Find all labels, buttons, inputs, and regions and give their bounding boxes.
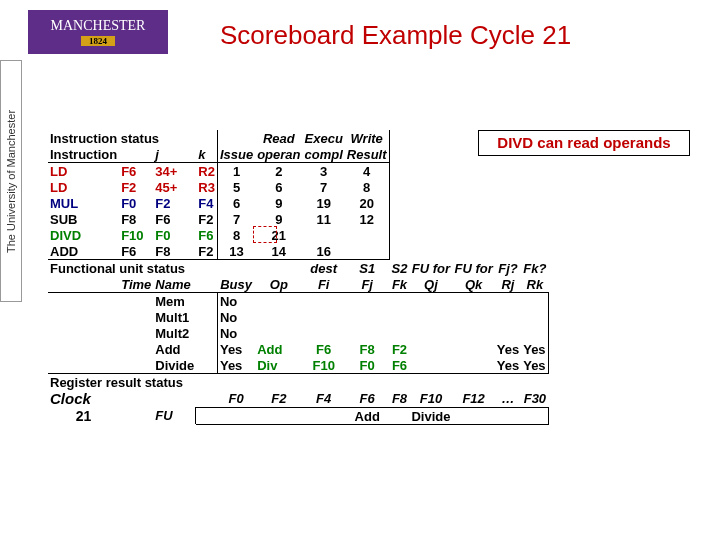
hdr-rk: Rk [521,276,548,292]
v [409,341,452,357]
fu-name: Mem [153,292,196,309]
reg-label: F6 [345,390,390,407]
hdr-clock: Clock [48,390,119,407]
hdr-write: Write [345,130,390,146]
v [303,309,345,325]
fu-busy: Yes [217,357,255,374]
c: 20 [345,195,390,211]
v [521,325,548,341]
reg-label: F4 [303,390,345,407]
v [390,325,410,341]
fu-op [255,309,302,325]
j: F2 [153,195,196,211]
c: 1 [217,162,255,179]
hdr-reg-status: Register result status [48,374,549,390]
v: Yes [495,357,521,374]
k: F2 [196,243,217,260]
reg-label: … [495,390,521,407]
hdr-fj: Fj [345,276,390,292]
v [409,357,452,374]
j: F0 [153,227,196,243]
fu-op: Add [255,341,302,357]
hdr-op: Op [255,276,302,292]
c: 7 [303,179,345,195]
k: R3 [196,179,217,195]
c [345,243,390,260]
v [521,292,548,309]
v [452,309,494,325]
fu-name: Add [153,341,196,357]
v [495,309,521,325]
reg-val [390,407,410,424]
d: F8 [119,211,153,227]
c: 11 [303,211,345,227]
hdr-rj: Rj [495,276,521,292]
v [452,341,494,357]
c: 6 [255,179,302,195]
reg-val [452,407,494,424]
hdr-fjq: Fj? [495,260,521,276]
v [409,292,452,309]
v: Yes [495,341,521,357]
v [345,309,390,325]
fu-busy: No [217,325,255,341]
hdr-qj: Qj [409,276,452,292]
hdr-j: j [153,146,196,162]
hdr-qk: Qk [452,276,494,292]
hdr-result: Result [345,146,390,162]
reg-label: F10 [409,390,452,407]
d: F6 [119,243,153,260]
logo-text: MANCHESTER [51,18,146,34]
reg-label: F12 [452,390,494,407]
c [345,227,390,243]
j: F6 [153,211,196,227]
v: Yes [521,357,548,374]
hdr-name: Name [153,276,196,292]
c: 4 [345,162,390,179]
k: R2 [196,162,217,179]
fu-name: Divide [153,357,196,374]
j: 34+ [153,162,196,179]
c [303,227,345,243]
k: F2 [196,211,217,227]
university-side-tab: The University of Manchester [0,60,22,302]
c: 3 [303,162,345,179]
c: 2 [255,162,302,179]
hdr-time: Time [119,276,153,292]
hdr-busy: Busy [217,276,255,292]
k: F6 [196,227,217,243]
c: 8 [345,179,390,195]
v: F8 [345,341,390,357]
v [409,309,452,325]
slide-title: Scoreboard Example Cycle 21 [220,20,571,51]
fu-busy: Yes [217,341,255,357]
hdr-fi: Fi [303,276,345,292]
hdr-exec: Execu [303,130,345,146]
fu-op: Div [255,357,302,374]
scoreboard-table: Instruction status Read Execu Write Inst… [48,130,549,441]
reg-val: Add [345,407,390,424]
k: F4 [196,195,217,211]
fu-busy: No [217,292,255,309]
v: F0 [345,357,390,374]
d: F2 [119,179,153,195]
v [495,292,521,309]
hdr-fu: FU [153,407,196,424]
j: F8 [153,243,196,260]
hdr-dest: dest [303,260,345,276]
c: 6 [217,195,255,211]
hdr-compl: compl [303,146,345,162]
c: 8 [217,227,255,243]
v [409,325,452,341]
v: Yes [521,341,548,357]
hdr-instr-status: Instruction status [48,130,196,146]
hdr-k: k [196,146,217,162]
v [452,325,494,341]
c: 9 [255,195,302,211]
c: 13 [217,243,255,260]
v [452,292,494,309]
op: DIVD [48,227,119,243]
v: F2 [390,341,410,357]
op: MUL [48,195,119,211]
clock-value: 21 [48,407,119,424]
